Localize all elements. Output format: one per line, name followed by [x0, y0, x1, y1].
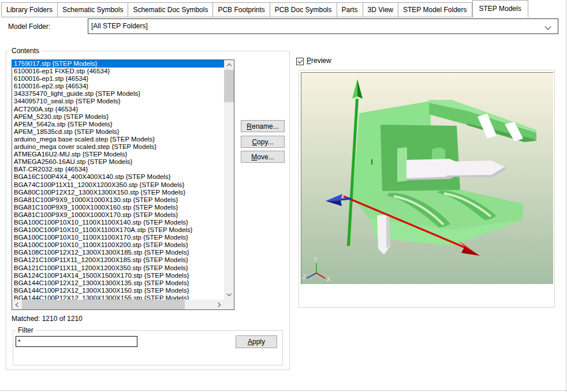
list-item[interactable]: BGA100C100P10X10_1100X1100X140.stp {STEP… [12, 219, 224, 226]
tab-library-folders[interactable]: Library Folders [1, 2, 58, 17]
x-axis-label: X [327, 276, 331, 282]
vertical-scrollbar[interactable] [224, 60, 234, 300]
step-model-preview-render: Y Z X [301, 73, 553, 284]
list-item[interactable]: BGA100C100P10X10_1100X1100X170A.stp {STE… [12, 226, 224, 234]
list-item[interactable]: BGA100C100P10X10_1100X1100X170.stp {STEP… [12, 234, 224, 241]
rename-button[interactable]: Rename... [241, 120, 285, 132]
list-item[interactable]: 343375470_light_guide.stp {STEP Models} [12, 90, 224, 98]
contents-group-label: Contents [9, 47, 42, 55]
tab-pcb-footprints[interactable]: PCB Footprints [213, 2, 270, 17]
list-item[interactable]: APEM_5230.stp {STEP Models} [12, 113, 224, 121]
scroll-up-arrow[interactable] [224, 60, 234, 70]
step-models-tab-page: Library FoldersSchematic SymbolsSchemati… [0, 0, 567, 392]
list-item[interactable]: BGA144C100P12X12_1300X1300X155.stp {STEP… [12, 294, 224, 300]
list-item[interactable]: ACT200A.stp {46534} [12, 106, 224, 113]
list-item[interactable]: 6100016-ep1.stp {46534} [12, 75, 224, 83]
chevron-right-icon [216, 302, 221, 307]
list-item[interactable]: ATMEGA2560-16AU.stp {STEP Models} [12, 158, 224, 166]
window-edge-right [566, 0, 566, 392]
model-folder-value: [All STEP Folders] [91, 22, 148, 30]
tab-parts[interactable]: Parts [337, 2, 363, 17]
list-item[interactable]: BAT-CR2032.stp {46534} [12, 166, 224, 173]
chevron-down-icon [226, 292, 231, 296]
chevron-down-icon [544, 23, 551, 29]
list-item[interactable]: 344095710_seal.stp {STEP Models} [12, 98, 224, 105]
tab-step-models[interactable]: STEP Models [472, 0, 528, 17]
list-item[interactable]: arduino_mega cover scaled.step {STEP Mod… [12, 143, 224, 151]
filter-input[interactable] [16, 336, 137, 347]
list-item[interactable]: BGA16C100P4X4_400X400X140.stp {STEP Mode… [12, 173, 224, 181]
preview-3d-viewport[interactable]: Y Z X [301, 72, 554, 285]
list-item[interactable]: BGA80C100P12X12_1300X1300X150.stp {STEP … [12, 189, 224, 196]
y-axis-label: Y [314, 256, 318, 263]
tab-step-model-folders[interactable]: STEP Model Folders [398, 2, 472, 17]
chevron-up-icon [226, 64, 231, 68]
apply-button[interactable]: Apply [236, 335, 277, 348]
list-item[interactable]: APEM_5642a.stp {STEP Models} [12, 121, 224, 128]
tab-schematic-symbols[interactable]: Schematic Symbols [58, 2, 128, 17]
scroll-down-arrow[interactable] [224, 290, 234, 300]
move-button[interactable]: Move... [241, 151, 285, 163]
horizontal-scrollbar[interactable] [12, 300, 224, 309]
list-item[interactable]: BGA100C100P10X10_1100X1100X200.stp {STEP… [12, 241, 224, 249]
list-item[interactable]: 1759017.stp {STEP Models} [12, 60, 224, 68]
preview-checkbox-label[interactable]: Preview [307, 57, 331, 65]
tab-pcb-doc-symbols[interactable]: PCB Doc Symbols [270, 2, 337, 17]
list-item[interactable]: BGA81C100P9X9_1000X1000X170.stp {STEP Mo… [12, 211, 224, 219]
window-edge-bottom [0, 390, 567, 391]
list-item[interactable]: BGA121C100P11X11_1200X1200X350.stp {STEP… [12, 264, 224, 272]
matched-count-text: Matched: 1210 of 1210 [12, 315, 83, 323]
contents-list: 1759017.stp {STEP Models}6100016-ep1 FIX… [12, 60, 224, 300]
tab-schematic-doc-symbols[interactable]: Schematic Doc Symbols [128, 2, 213, 17]
z-axis-label: Z [303, 274, 306, 280]
scrollbar-corner [224, 300, 234, 309]
list-item[interactable]: BGA144C100P12X12_1300X1300X135.stp {STEP… [12, 279, 224, 287]
model-folder-select[interactable]: [All STEP Folders] [88, 18, 558, 34]
list-item[interactable]: 6100016-ep2.stp {46534} [12, 83, 224, 90]
tab-bar: Library FoldersSchematic SymbolsSchemati… [0, 0, 567, 17]
tab-3d-view[interactable]: 3D View [363, 2, 398, 17]
preview-panel: Y Z X [299, 70, 555, 308]
list-item[interactable]: BGA81C100P9X9_1000X1000X160.stp {STEP Mo… [12, 204, 224, 211]
model-folder-label: Model Folder: [8, 23, 50, 31]
list-item[interactable]: 6100016-ep1 FIXED.stp {46534} [12, 68, 224, 75]
preview-checkbox[interactable] [296, 58, 304, 65]
list-item[interactable]: BGA144C100P12X12_1300X1300X150.stp {STEP… [12, 287, 224, 294]
filter-group-label: Filter [16, 326, 36, 334]
vertical-scroll-thumb[interactable] [224, 70, 234, 102]
scroll-left-arrow[interactable] [12, 300, 22, 309]
list-item[interactable]: BGA74C100P11X11_1200X1200X350.stp {STEP … [12, 181, 224, 189]
list-item[interactable]: APEM_18535cd.stp {STEP Models} [12, 128, 224, 136]
chevron-left-icon [16, 302, 20, 307]
contents-listbox[interactable]: 1759017.stp {STEP Models}6100016-ep1 FIX… [12, 59, 234, 310]
list-item[interactable]: BGA108C100P12X12_1300X1300X185.stp {STEP… [12, 249, 224, 256]
list-item[interactable]: arduino_mega base scaled.step {STEP Mode… [12, 136, 224, 143]
list-item[interactable]: BGA121C100P11X11_1200X1200X185.stp {STEP… [12, 256, 224, 264]
horizontal-scroll-thumb[interactable] [22, 300, 185, 309]
list-item[interactable]: ATMEGA16U2-MU.stp {STEP Models} [12, 151, 224, 158]
scroll-right-arrow[interactable] [214, 300, 224, 309]
copy-button[interactable]: Copy... [241, 136, 285, 148]
list-item[interactable]: BGA124C100P14X14_1500X1500X170.stp {STEP… [12, 272, 224, 279]
list-item[interactable]: BGA81C100P9X9_1000X1000X130.stp {STEP Mo… [12, 196, 224, 204]
